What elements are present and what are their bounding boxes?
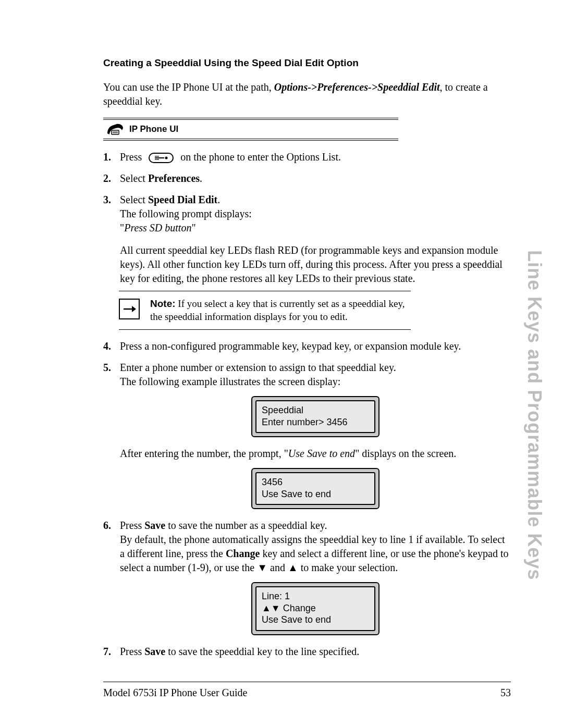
step7-b: to save the speeddial key to the line sp… xyxy=(165,646,359,657)
step-6: Press Save to save the number as a speed… xyxy=(103,519,511,635)
triangle-up-icon: ▲ xyxy=(288,562,298,573)
section-title: Creating a Speeddial Using the Speed Dia… xyxy=(103,57,511,69)
phone-ui-icon xyxy=(106,123,124,135)
step5-l1: Enter a phone number or extension to ass… xyxy=(120,361,511,375)
step3-italic: Press SD button xyxy=(124,222,191,233)
lcd3-l1: Line: 1 xyxy=(262,590,369,602)
step3-a: Select xyxy=(120,194,148,205)
svg-rect-0 xyxy=(112,130,119,134)
step-1: Press on the phone to enter the Options … xyxy=(103,150,511,164)
triangle-down-icon: ▼ xyxy=(257,562,267,573)
step3-bold: Speed Dial Edit xyxy=(148,194,217,205)
step6-para: By default, the phone automatically assi… xyxy=(120,533,511,575)
step5-l2: The following example illustrates the sc… xyxy=(120,375,511,389)
step1-text-a: Press xyxy=(120,151,144,163)
lcd-3: Line: 1 ▲▼ Change Use Save to end xyxy=(251,582,380,635)
side-chapter-label: Line Keys and Programmable Keys xyxy=(523,250,545,580)
footer-left: Model 6753i IP Phone User Guide xyxy=(103,687,247,699)
after-lcd1-a: After entering the number, the prompt, " xyxy=(120,448,288,459)
step3-q2: " xyxy=(191,222,195,233)
step-7: Press Save to save the speeddial key to … xyxy=(103,645,511,659)
step6-b: to save the number as a speeddial key. xyxy=(165,520,327,531)
step4-text: Press a non-configured programmable key,… xyxy=(120,340,461,352)
step-2: Select Preferences. xyxy=(103,171,511,186)
step7-bold: Save xyxy=(144,646,165,657)
step2-a: Select xyxy=(120,172,148,184)
step7-a: Press xyxy=(120,646,144,657)
after-lcd1-ital: Use Save to end xyxy=(288,448,355,459)
options-key-icon xyxy=(149,153,174,163)
lcd-1: Speeddial Enter number> 3456 xyxy=(251,396,380,437)
footer-rule xyxy=(103,682,511,682)
step-4: Press a non-configured programmable key,… xyxy=(103,339,511,353)
step-5: Enter a phone number or extension to ass… xyxy=(103,361,511,509)
step6-a: Press xyxy=(120,520,144,531)
step-3: Select Speed Dial Edit. The following pr… xyxy=(103,193,511,330)
lcd3-l2: ▲▼ Change xyxy=(262,602,369,614)
step6-bold2: Change xyxy=(226,548,260,559)
lcd2-l1: 3456 xyxy=(262,476,369,488)
note-body: If you select a key that is currently se… xyxy=(150,298,405,322)
intro-prefix: You can use the IP Phone UI at the path, xyxy=(103,81,274,93)
step6-para-d: to make your selection. xyxy=(298,562,398,573)
lcd-2: 3456 Use Save to end xyxy=(251,468,380,509)
step3-c: . xyxy=(217,194,220,205)
step1-text-b: on the phone to enter the Options List. xyxy=(180,151,341,163)
svg-point-5 xyxy=(165,157,168,159)
step3-q1: " xyxy=(120,222,124,233)
note-bold: Note: xyxy=(150,298,176,309)
step3-l2: The following prompt displays: xyxy=(120,207,511,221)
step6-bold1: Save xyxy=(144,520,165,531)
intro-paragraph: You can use the IP Phone UI at the path,… xyxy=(103,80,511,108)
lcd2-l2: Use Save to end xyxy=(262,488,369,500)
ip-phone-ui-label: IP Phone UI xyxy=(129,124,178,134)
note-block: Note: If you select a key that is curren… xyxy=(119,291,411,330)
note-text: Note: If you select a key that is curren… xyxy=(150,298,411,323)
intro-path: Options->Preferences->Speeddial Edit xyxy=(274,81,440,93)
page-footer: Model 6753i IP Phone User Guide 53 xyxy=(103,687,511,699)
step3-paragraph: All current speeddial key LEDs flash RED… xyxy=(120,243,511,286)
step6-para-c: and xyxy=(267,562,288,573)
ip-phone-ui-banner: IP Phone UI xyxy=(103,118,398,141)
svg-marker-9 xyxy=(132,306,136,312)
footer-page-number: 53 xyxy=(500,687,511,699)
lcd3-l3: Use Save to end xyxy=(262,614,369,626)
step2-c: . xyxy=(200,172,202,184)
after-lcd1: After entering the number, the prompt, "… xyxy=(120,447,511,461)
lcd1-l1: Speeddial xyxy=(262,404,369,416)
step2-bold: Preferences xyxy=(148,172,200,184)
lcd1-l2: Enter number> 3456 xyxy=(262,416,369,428)
note-arrow-icon xyxy=(119,299,140,319)
after-lcd1-b: " displays on the screen. xyxy=(355,448,456,459)
step3-quote-line: "Press SD button" xyxy=(120,221,511,235)
